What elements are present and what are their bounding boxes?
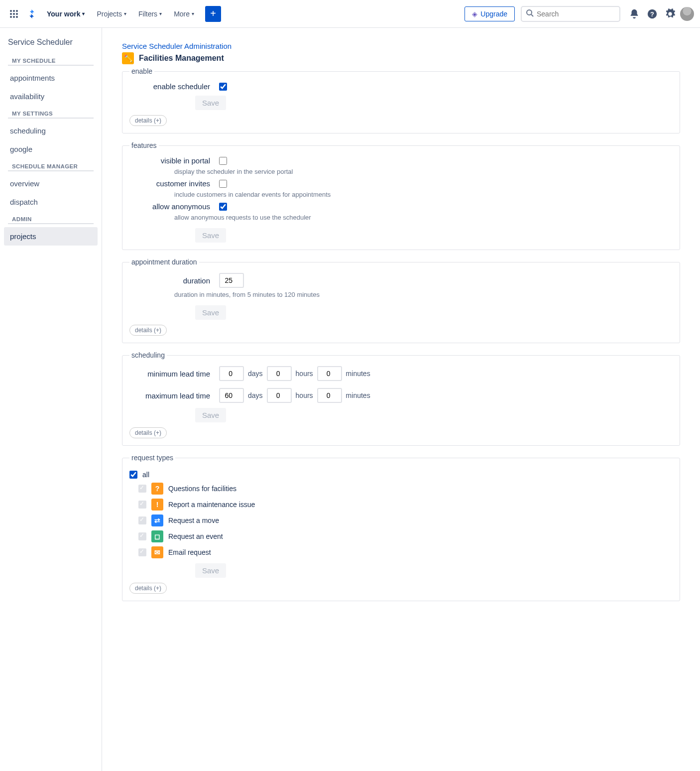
scheduling-save-button[interactable]: Save	[195, 408, 226, 422]
minutes-unit: minutes	[346, 391, 370, 399]
create-button[interactable]: +	[205, 6, 221, 22]
days-unit: days	[248, 370, 263, 378]
scheduling-fieldset: scheduling minimum lead time days hours …	[122, 351, 680, 446]
sidebar: Service Scheduler MY SCHEDULEappointment…	[0, 28, 102, 771]
sidebar-item-dispatch[interactable]: dispatch	[4, 193, 98, 211]
help-icon[interactable]: ?	[644, 6, 660, 22]
duration-save-button[interactable]: Save	[195, 305, 226, 320]
hours-unit: hours	[296, 370, 313, 378]
upgrade-button[interactable]: ◈ Upgrade	[465, 6, 515, 21]
sidebar-section-header: ADMIN	[8, 213, 94, 224]
feature-label: allow anonymous	[129, 202, 219, 211]
request-type-label: Email request	[168, 548, 211, 556]
nav-more[interactable]: More▾	[169, 7, 199, 21]
max-hours-input[interactable]	[267, 388, 292, 403]
request-type-label: Report a maintenance issue	[168, 501, 255, 509]
request-type-icon: ✉	[151, 546, 163, 558]
chevron-down-icon: ▾	[159, 11, 162, 16]
user-avatar[interactable]	[680, 7, 694, 21]
enable-scheduler-label: enable scheduler	[129, 82, 219, 91]
svg-point-4	[13, 13, 15, 15]
request-type-icon: ⇄	[151, 514, 163, 526]
min-hours-input[interactable]	[267, 366, 292, 381]
nav-filters[interactable]: Filters▾	[133, 7, 167, 21]
sidebar-item-overview[interactable]: overview	[4, 174, 98, 193]
nav-filters-label: Filters	[138, 10, 157, 18]
project-icon: ✏️	[122, 52, 134, 64]
upgrade-label: Upgrade	[480, 10, 507, 18]
notifications-icon[interactable]	[626, 6, 642, 22]
main-content: Service Scheduler Administration ✏️ Faci…	[102, 28, 700, 771]
svg-point-0	[10, 10, 12, 12]
request-type-row: ?Questions for facilities	[129, 481, 673, 497]
page-title: Facilities Management	[139, 54, 224, 63]
nav-projects[interactable]: Projects▾	[92, 7, 131, 21]
min-days-input[interactable]	[219, 366, 244, 381]
duration-desc: duration in minutes, from 5 minutes to 1…	[174, 290, 673, 302]
breadcrumb[interactable]: Service Scheduler Administration	[122, 42, 680, 50]
features-save-button[interactable]: Save	[195, 228, 226, 243]
max-lead-label: maximum lead time	[129, 391, 219, 400]
top-navigation: Your work▾ Projects▾ Filters▾ More▾ + ◈ …	[0, 0, 700, 28]
request-type-checkbox	[138, 532, 146, 540]
chevron-down-icon: ▾	[82, 11, 85, 16]
request-type-row: !Report a maintenance issue	[129, 497, 673, 513]
svg-point-6	[10, 16, 12, 18]
request-type-checkbox	[138, 501, 146, 509]
enable-scheduler-checkbox[interactable]	[219, 83, 227, 91]
feature-desc: include customers in calendar events for…	[174, 190, 673, 202]
request-type-icon: !	[151, 499, 163, 511]
all-checkbox[interactable]	[129, 471, 137, 479]
search-input[interactable]	[537, 10, 615, 18]
sidebar-item-projects[interactable]: projects	[4, 227, 98, 246]
search-input-container[interactable]	[521, 6, 620, 22]
search-icon	[526, 9, 534, 18]
feature-label: visible in portal	[129, 156, 219, 165]
sidebar-item-google[interactable]: google	[4, 140, 98, 158]
svg-point-3	[10, 13, 12, 15]
min-lead-label: minimum lead time	[129, 370, 219, 378]
svg-point-5	[16, 13, 18, 15]
min-minutes-input[interactable]	[317, 366, 342, 381]
feature-checkbox[interactable]	[219, 180, 227, 188]
jira-logo-icon[interactable]	[24, 6, 40, 22]
request-types-details-button[interactable]: details (+)	[129, 583, 167, 594]
svg-point-1	[13, 10, 15, 12]
request-type-row: ⇄Request a move	[129, 513, 673, 528]
svg-point-8	[16, 16, 18, 18]
request-type-row: ✉Email request	[129, 544, 673, 560]
scheduling-legend: scheduling	[129, 351, 167, 359]
duration-details-button[interactable]: details (+)	[129, 325, 167, 336]
request-type-row: ◻Request an event	[129, 528, 673, 544]
feature-checkbox[interactable]	[219, 203, 227, 211]
svg-point-2	[16, 10, 18, 12]
duration-input[interactable]	[219, 273, 244, 288]
max-days-input[interactable]	[219, 388, 244, 403]
all-label: all	[142, 471, 149, 479]
sidebar-item-availability[interactable]: availability	[4, 87, 98, 106]
request-type-label: Questions for facilities	[168, 485, 236, 493]
feature-checkbox[interactable]	[219, 157, 227, 165]
nav-your-work[interactable]: Your work▾	[42, 7, 90, 21]
feature-desc: allow anonymous requests to use the sche…	[174, 213, 673, 225]
feature-desc: display the scheduler in the service por…	[174, 167, 673, 179]
request-types-fieldset: request types all ?Questions for facilit…	[122, 454, 680, 601]
settings-icon[interactable]	[662, 6, 678, 22]
request-type-label: Request an event	[168, 532, 223, 540]
app-switcher-icon[interactable]	[6, 6, 22, 22]
enable-details-button[interactable]: details (+)	[129, 115, 167, 126]
sidebar-item-scheduling[interactable]: scheduling	[4, 122, 98, 140]
request-type-checkbox	[138, 548, 146, 556]
request-type-checkbox	[138, 485, 146, 493]
scheduling-details-button[interactable]: details (+)	[129, 427, 167, 438]
sidebar-item-appointments[interactable]: appointments	[4, 69, 98, 87]
features-fieldset: features visible in portaldisplay the sc…	[122, 141, 680, 250]
hours-unit: hours	[296, 391, 313, 399]
enable-save-button[interactable]: Save	[195, 96, 226, 110]
sidebar-section-header: SCHEDULE MANAGER	[8, 160, 94, 171]
max-minutes-input[interactable]	[317, 388, 342, 403]
nav-your-work-label: Your work	[47, 10, 80, 18]
duration-label: duration	[129, 276, 219, 285]
request-types-save-button[interactable]: Save	[195, 563, 226, 578]
enable-fieldset: enable enable scheduler Save details (+)	[122, 67, 680, 133]
